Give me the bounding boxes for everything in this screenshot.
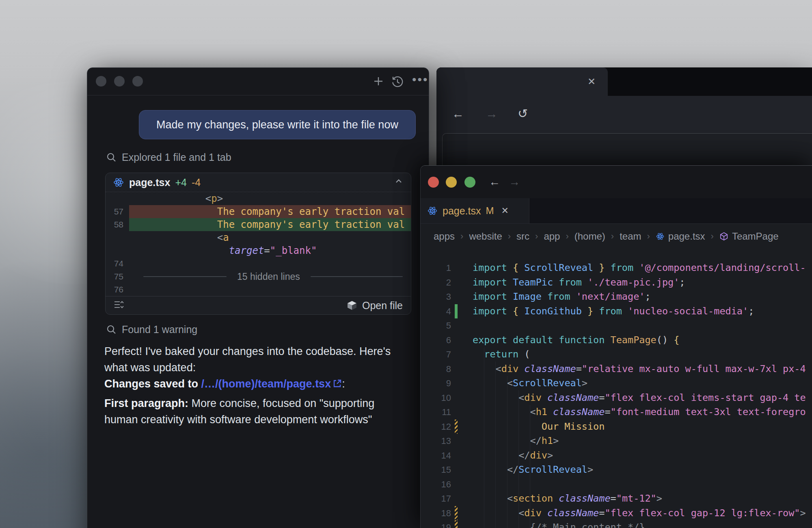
diff-card: page.tsx +4 -4 <p>57 The company's early…	[105, 173, 411, 315]
breadcrumb-separator: ›	[647, 231, 650, 242]
first-paragraph-label: First paragraph:	[104, 397, 188, 409]
code-line: 10 <div className="flex flex-col items-s…	[421, 391, 812, 405]
ellipsis-icon[interactable]: •••	[412, 73, 429, 87]
changes-saved-line: Changes saved to /…/(home)/team/page.tsx…	[104, 376, 417, 393]
paragraph-line: human creativity with software developme…	[104, 411, 417, 428]
forward-icon[interactable]: →	[509, 175, 520, 189]
history-icon[interactable]	[391, 75, 404, 90]
external-link-icon[interactable]	[333, 377, 342, 393]
breadcrumb-item[interactable]: website	[469, 231, 502, 242]
breadcrumb-item[interactable]: apps	[434, 231, 455, 242]
breadcrumb-item[interactable]: TeamPage	[719, 231, 779, 242]
code-line: 4import { IconGithub } from 'nucleo-soci…	[421, 304, 812, 319]
breadcrumb-item[interactable]: src	[516, 231, 529, 242]
browser-tab[interactable]: ✕	[436, 67, 608, 96]
breadcrumb-item[interactable]: team	[620, 231, 641, 242]
code-lines: 1import { ScrollReveal } from '@/compone…	[421, 261, 812, 528]
diff-hidden-lines-row[interactable]: 7515 hidden lines	[106, 270, 411, 283]
code-line: 2import TeamPic from './team-pic.jpg';	[421, 275, 812, 290]
code-line: 13 </h1>	[421, 434, 812, 448]
paragraph-line: what was updated:	[104, 359, 417, 376]
open-file-label: Open file	[362, 300, 403, 312]
diff-row: <p>	[106, 192, 411, 205]
chat-titlebar[interactable]: •••	[87, 68, 429, 95]
code-line: 1import { ScrollReveal } from '@/compone…	[421, 261, 812, 275]
window-control-close[interactable]	[428, 177, 439, 188]
breadcrumb-item[interactable]: (home)	[574, 231, 605, 242]
window-control-minimize[interactable]	[114, 76, 125, 87]
paragraph-text: More concise, focused on "supporting	[188, 397, 374, 409]
file-link[interactable]: /…/(home)/team/page.tsx	[201, 378, 331, 390]
code-line: 3import Image from 'next/image';	[421, 290, 812, 304]
code-line: 19 {/* Main content */}	[421, 520, 812, 528]
code-area[interactable]: 1import { ScrollReveal } from '@/compone…	[421, 249, 812, 528]
status-explored-label: Explored 1 file and 1 tab	[122, 151, 231, 163]
diff-card-footer: Open file	[106, 296, 411, 314]
browser-tab-strip: ✕	[436, 67, 812, 96]
browser-toolbar: ← → ↻	[436, 96, 812, 133]
diff-row: target="_blank"	[106, 244, 411, 257]
breadcrumb-item[interactable]: app	[544, 231, 560, 242]
code-editor-window: ← → page.tsx M ✕ apps›website›src›app›(h…	[420, 165, 812, 528]
tab-page-tsx[interactable]: page.tsx M ✕	[421, 198, 529, 223]
code-line: 14 </div>	[421, 448, 812, 463]
diff-rows: <p>57 The company's early traction val58…	[106, 192, 411, 296]
breadcrumb: apps›website›src›app›(home)›team›page.ts…	[434, 223, 812, 249]
window-control-zoom[interactable]	[132, 76, 143, 87]
code-line: 18 <div className="flex flex-col gap-12 …	[421, 506, 812, 521]
code-line: 12 Our Mission	[421, 420, 812, 434]
breadcrumb-separator: ›	[566, 231, 568, 242]
assistant-panel-window: ••• Made my changes, please write it int…	[87, 67, 429, 528]
user-message-text: Made my changes, please write it into th…	[156, 119, 398, 131]
code-line: 7 return (	[421, 347, 812, 362]
code-line: 6export default function TeamPage() {	[421, 333, 812, 348]
back-icon[interactable]: ←	[489, 175, 500, 189]
unfold-icon[interactable]	[114, 300, 124, 311]
code-line: 17 <section className="mt-12">	[421, 491, 812, 506]
assistant-paragraph-1: Perfect! I've baked your changes into th…	[104, 343, 417, 376]
code-line: 8 <div className="relative mx-auto w-ful…	[421, 362, 812, 377]
user-message-bubble: Made my changes, please write it into th…	[139, 110, 416, 139]
modified-badge: M	[486, 205, 494, 216]
diff-row: <a	[106, 231, 411, 244]
status-warning[interactable]: Found 1 warning	[106, 324, 197, 335]
box-icon	[347, 300, 357, 311]
assistant-paragraph-2: First paragraph: More concise, focused o…	[104, 395, 417, 428]
chevron-up-icon[interactable]	[394, 176, 404, 188]
status-explored[interactable]: Explored 1 file and 1 tab	[106, 151, 231, 163]
forward-icon[interactable]: →	[486, 106, 498, 121]
back-icon[interactable]: ←	[452, 106, 464, 121]
refresh-icon[interactable]: ↻	[518, 106, 528, 121]
tab-file-name: page.tsx	[443, 205, 481, 217]
react-icon	[656, 232, 665, 241]
cube-icon	[719, 232, 728, 241]
editor-tab-bar: page.tsx M ✕	[421, 198, 812, 224]
diff-row: 76	[106, 283, 411, 296]
search-icon	[106, 324, 117, 335]
open-file-button[interactable]: Open file	[347, 300, 403, 312]
window-control-zoom[interactable]	[464, 177, 475, 188]
breadcrumb-separator: ›	[711, 231, 714, 242]
code-line: 5	[421, 318, 812, 333]
window-control-minimize[interactable]	[446, 177, 457, 188]
code-line: 15 </ScrollReveal>	[421, 463, 812, 477]
search-icon	[106, 152, 117, 163]
colon: :	[342, 378, 345, 390]
breadcrumb-separator: ›	[535, 231, 538, 242]
window-control-close[interactable]	[96, 76, 106, 87]
breadcrumb-item[interactable]: page.tsx	[656, 231, 705, 242]
diff-card-header[interactable]: page.tsx +4 -4	[106, 173, 411, 192]
code-line: 11 <h1 className="font-medium text-3xl t…	[421, 405, 812, 420]
react-icon	[427, 206, 438, 216]
editor-titlebar[interactable]: ← →	[421, 166, 812, 198]
diff-row: 74	[106, 257, 411, 270]
plus-icon[interactable]	[372, 75, 384, 89]
breadcrumb-separator: ›	[508, 231, 511, 242]
close-icon[interactable]: ✕	[587, 75, 596, 88]
diff-row: 58 The company's early traction val	[106, 218, 411, 231]
paragraph-line: First paragraph: More concise, focused o…	[104, 395, 417, 411]
close-icon[interactable]: ✕	[501, 206, 509, 216]
diff-row: 57 The company's early traction val	[106, 205, 411, 218]
breadcrumb-separator: ›	[460, 231, 463, 242]
status-warning-label: Found 1 warning	[122, 324, 197, 335]
